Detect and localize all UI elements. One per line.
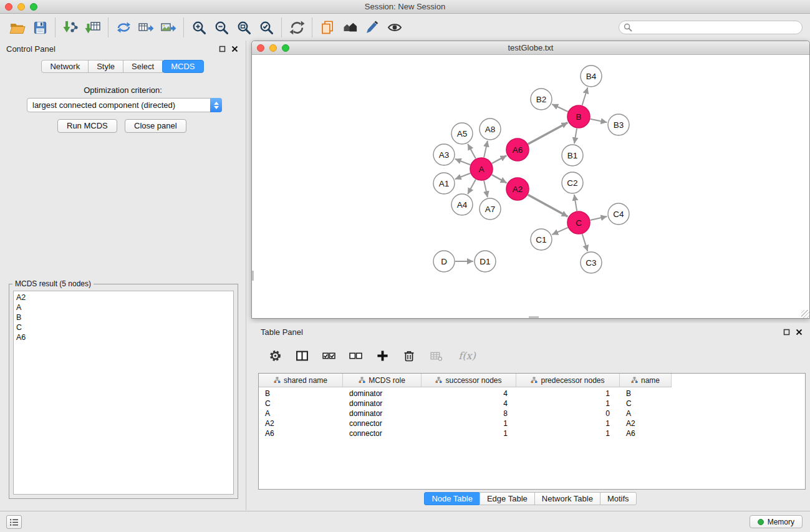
toolbar-separator	[183, 17, 184, 37]
documents-button[interactable]	[316, 17, 339, 38]
open-session-button[interactable]	[6, 17, 29, 38]
graphics-details-button[interactable]	[361, 17, 383, 38]
graph-edge-A-A1[interactable]	[455, 173, 471, 179]
table-cell: B	[620, 389, 672, 398]
graph-edge-A2-C[interactable]	[528, 195, 568, 216]
graph-edge-C-C3[interactable]	[582, 234, 588, 251]
graph-edge-C-C1[interactable]	[552, 228, 567, 235]
graph-edge-B-B3[interactable]	[591, 119, 607, 122]
graph-edge-A-A3[interactable]	[455, 159, 471, 165]
network-close-button[interactable]	[257, 44, 264, 52]
tab-mcds[interactable]: MCDS	[162, 60, 203, 73]
search-icon	[624, 23, 632, 32]
select-all-columns-button[interactable]	[321, 348, 336, 363]
graph-edge-C-C2[interactable]	[574, 195, 577, 211]
export-table-button[interactable]	[135, 17, 157, 38]
mcds-result-item[interactable]: B	[16, 312, 233, 322]
mcds-result-item[interactable]: A6	[16, 332, 233, 342]
close-panel-button[interactable]	[231, 45, 238, 52]
export-image-button[interactable]	[157, 17, 180, 38]
table-row[interactable]: A2connector11A2	[259, 418, 805, 428]
graph-edge-A-A5[interactable]	[468, 144, 476, 159]
column-header-predecessor-nodes[interactable]: predecessor nodes	[516, 374, 620, 387]
run-mcds-button[interactable]: Run MCDS	[57, 119, 117, 133]
optimization-criterion-label: Optimization criterion:	[0, 85, 246, 95]
zoom-in-button[interactable]	[188, 17, 210, 38]
table-settings-button[interactable]	[268, 348, 282, 363]
export-table-icon	[138, 21, 154, 34]
unselect-all-columns-button[interactable]	[348, 348, 363, 363]
table-row[interactable]: Cdominator41C	[259, 399, 805, 409]
tab-network-table[interactable]: Network Table	[534, 492, 600, 505]
mcds-result-item[interactable]: A2	[16, 293, 233, 302]
show-columns-button[interactable]	[294, 348, 309, 363]
close-panel-action-button[interactable]: Close panel	[125, 119, 186, 133]
tab-motifs[interactable]: Motifs	[600, 492, 637, 505]
graph-edge-B-B2[interactable]	[552, 104, 568, 112]
tab-node-table[interactable]: Node Table	[424, 492, 480, 505]
graph-edge-C-C4[interactable]	[591, 216, 607, 220]
graph-edge-A-A8[interactable]	[484, 141, 488, 158]
main-toolbar	[0, 14, 810, 41]
birdseye-button[interactable]	[383, 17, 406, 38]
table-cell: dominator	[343, 389, 422, 398]
graph-edge-A6-B[interactable]	[528, 123, 568, 145]
zoom-selected-button[interactable]	[255, 17, 277, 38]
save-session-button[interactable]	[29, 17, 51, 38]
graph-node-label: A4	[457, 200, 468, 210]
graph-edge-A-A4[interactable]	[468, 180, 476, 195]
table-cell: A2	[259, 419, 343, 428]
resize-handle[interactable]	[801, 310, 809, 318]
table-row[interactable]: A6connector11A6	[259, 428, 805, 438]
graph-node-label: C3	[586, 258, 596, 268]
table-cell: 1	[422, 419, 516, 428]
close-window-button[interactable]	[5, 3, 12, 11]
vertical-scroll-hint[interactable]	[252, 271, 254, 281]
column-tree-icon	[631, 377, 638, 384]
network-canvas[interactable]: B4B2BB3A5A8A6A3B1AA1A2C2A4A7C4CC1C3DD1	[252, 56, 809, 318]
mcds-result-item[interactable]: A	[16, 302, 233, 312]
graph-edge-A-A7[interactable]	[484, 181, 488, 198]
table-float-button[interactable]	[783, 328, 790, 336]
tab-select[interactable]: Select	[123, 60, 163, 73]
search-input[interactable]	[619, 21, 803, 34]
graph-edge-A-A2[interactable]	[492, 175, 507, 183]
graph-node-label: A8	[485, 125, 496, 134]
zoom-out-button[interactable]	[210, 17, 233, 38]
maximize-window-button[interactable]	[30, 3, 37, 11]
delete-column-button[interactable]	[402, 348, 417, 363]
export-network-button[interactable]	[112, 17, 135, 38]
tab-edge-table[interactable]: Edge Table	[480, 492, 535, 505]
mcds-result-item[interactable]: C	[16, 322, 233, 332]
import-network-button[interactable]	[59, 17, 82, 38]
create-column-button[interactable]	[375, 348, 390, 363]
column-header-mcds-role[interactable]: MCDS role	[343, 374, 422, 387]
table-close-button[interactable]	[795, 328, 803, 336]
minimize-window-button[interactable]	[17, 3, 25, 11]
graph-edge-B-B1[interactable]	[574, 128, 577, 143]
column-header-shared-name[interactable]: shared name	[259, 374, 343, 387]
float-panel-button[interactable]	[218, 45, 226, 52]
memory-button[interactable]: Memory	[750, 515, 803, 528]
table-row[interactable]: Adominator80A	[259, 409, 805, 418]
home-views-button[interactable]	[339, 17, 361, 38]
network-window-titlebar[interactable]: testGlobe.txt	[252, 41, 809, 55]
tab-style[interactable]: Style	[88, 60, 123, 73]
zoom-fit-button[interactable]	[233, 17, 255, 38]
import-table-button[interactable]	[82, 17, 104, 38]
column-header-successor-nodes[interactable]: successor nodes	[422, 374, 516, 387]
column-header-name[interactable]: name	[620, 374, 672, 387]
task-history-button[interactable]	[6, 515, 22, 529]
graph-edge-A-A6[interactable]	[492, 155, 507, 163]
tab-network[interactable]: Network	[41, 60, 89, 73]
horizontal-scroll-hint[interactable]	[529, 316, 539, 318]
network-maximize-button[interactable]	[282, 44, 289, 52]
table-row[interactable]: Bdominator41B	[259, 389, 805, 399]
function-builder-button[interactable]: f(x)	[455, 348, 479, 363]
refresh-button[interactable]	[286, 17, 308, 38]
criterion-select[interactable]: largest connected component (directed)	[27, 98, 222, 112]
network-minimize-button[interactable]	[269, 44, 277, 52]
graph-edge-B-B4[interactable]	[582, 87, 588, 105]
graph-node-label: D1	[480, 257, 490, 266]
delete-table-button[interactable]	[428, 348, 443, 363]
